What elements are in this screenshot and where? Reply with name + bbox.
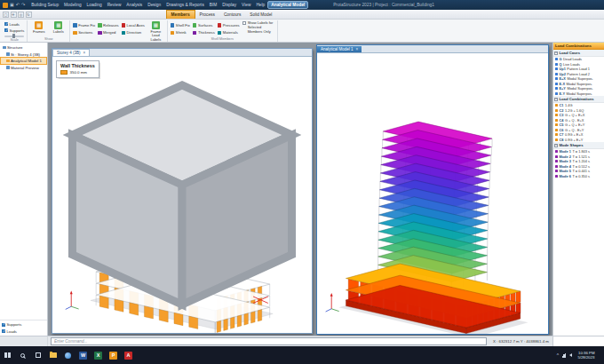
taskbar-search-icon[interactable] bbox=[15, 346, 30, 364]
row-icon bbox=[555, 133, 558, 136]
3d-view-mode-shapes[interactable] bbox=[317, 53, 548, 334]
save-icon[interactable]: ▣ bbox=[10, 3, 14, 7]
redo-icon[interactable]: ↷ bbox=[21, 3, 25, 7]
undo-icon[interactable]: ↶ bbox=[16, 3, 20, 7]
button-surfaces[interactable]: Surfaces bbox=[193, 23, 215, 28]
ribbon-tab-modeling[interactable]: Modeling bbox=[61, 0, 83, 10]
display-toggle-loads[interactable]: Loads bbox=[2, 328, 45, 334]
panel-section-mode-shapes[interactable]: −Mode Shapes bbox=[553, 142, 604, 149]
button-releases[interactable]: Releases bbox=[98, 23, 118, 28]
taskbar-browser-icon[interactable] bbox=[60, 346, 76, 364]
taskbar-word-icon[interactable]: W bbox=[76, 346, 91, 364]
scale-slider[interactable] bbox=[4, 36, 24, 37]
row-code: Up2 bbox=[560, 72, 566, 76]
panel-row-mode-6[interactable]: Mode 6T = 0.350 s bbox=[553, 174, 604, 179]
tab-analytical-model[interactable]: Analytical Model 1 × bbox=[317, 46, 362, 52]
row-icon bbox=[555, 129, 558, 131]
button-sections[interactable]: Sections bbox=[73, 30, 95, 35]
toggle-show-labels-for-selected-members-only[interactable]: Show Labels for Selected Members Only bbox=[242, 21, 274, 34]
button-shrink[interactable]: Shrink bbox=[171, 30, 190, 35]
checkbox-icon[interactable] bbox=[4, 28, 8, 32]
checkbox-icon[interactable] bbox=[4, 22, 8, 26]
collapse-icon[interactable]: − bbox=[554, 144, 558, 147]
row-code: C2 bbox=[560, 108, 564, 113]
toggle-loads[interactable]: Loads bbox=[4, 21, 24, 27]
button-local-axes[interactable]: Local Axes bbox=[122, 23, 145, 28]
taskbar-file-explorer-icon[interactable] bbox=[45, 346, 60, 364]
tray-chevron-icon[interactable]: ^ bbox=[557, 353, 559, 358]
taskbar-task-view-icon[interactable] bbox=[30, 346, 45, 364]
command-input[interactable] bbox=[51, 337, 487, 345]
row-desc: Dead Loads bbox=[563, 57, 582, 61]
display-toggle-supports[interactable]: Supports bbox=[2, 322, 45, 328]
button-shell-fix[interactable]: Shell Fix bbox=[171, 23, 190, 28]
ribbon-group-scale: LoadsSupportsScale bbox=[2, 20, 28, 42]
row-desc: Modal Superpos. bbox=[567, 91, 592, 96]
button-merged[interactable]: Merged bbox=[98, 30, 118, 35]
ribbon-tab-analytical-model[interactable]: Analytical Model bbox=[267, 1, 308, 9]
group-label: Shell Members bbox=[171, 36, 274, 42]
panel-section-load-cases[interactable]: −Load Cases bbox=[553, 50, 604, 57]
button-frame-fix[interactable]: Frame Fix bbox=[73, 23, 95, 28]
row-code: E+Y bbox=[560, 86, 566, 91]
volume-icon[interactable] bbox=[569, 353, 572, 357]
row-icon bbox=[555, 165, 558, 168]
ribbon-tab-view[interactable]: View bbox=[239, 0, 253, 10]
zoom-tool-icon[interactable]: ◎ bbox=[18, 12, 24, 18]
button-labels[interactable]: ▦Labels bbox=[50, 21, 67, 34]
view-cube[interactable] bbox=[52, 57, 312, 333]
checkbox-icon[interactable] bbox=[2, 323, 5, 327]
button-label: Frame Load Labels bbox=[147, 30, 164, 42]
sidebar-item-st-storey-4-3b[interactable]: St : Storey 4 (3B) bbox=[1, 51, 46, 58]
close-tab-icon[interactable]: × bbox=[83, 51, 86, 55]
collapse-icon[interactable]: − bbox=[554, 51, 558, 55]
ribbon-tab-loading[interactable]: Loading bbox=[84, 0, 105, 10]
ribbon-tab-drawings-reports[interactable]: Drawings & Reports bbox=[163, 0, 207, 10]
row-desc: G + Q + E+X bbox=[565, 113, 584, 117]
ribbon-tab-display[interactable]: Display bbox=[219, 0, 239, 10]
button-label: Sections bbox=[78, 30, 92, 35]
row-code: G bbox=[560, 57, 562, 61]
ribbon-tab-building-setup[interactable]: Building Setup bbox=[28, 0, 61, 10]
sidebar-item-analytical-model-1[interactable]: Analytical Model 1 bbox=[1, 58, 46, 64]
button-frame-load-labels[interactable]: ▦Frame Load Labels bbox=[147, 21, 164, 42]
ctx-tab-solid-model[interactable]: Solid Model bbox=[245, 10, 276, 19]
close-tab-icon[interactable]: × bbox=[356, 47, 359, 51]
panel-section-load-combinations[interactable]: −Load Combinations bbox=[553, 96, 604, 103]
checkbox-icon[interactable] bbox=[242, 21, 246, 25]
tab-storey[interactable]: Storey 4 (3B) × bbox=[52, 49, 90, 56]
ribbon-tab-help[interactable]: Help bbox=[253, 0, 267, 10]
clock[interactable]: 10:36 PM 5/28/2023 bbox=[575, 351, 597, 360]
network-icon[interactable] bbox=[562, 353, 567, 358]
taskbar-start-icon[interactable] bbox=[0, 346, 15, 364]
ctx-tab-members[interactable]: Members bbox=[166, 10, 195, 19]
pan-tool-icon[interactable]: ✛ bbox=[11, 12, 17, 18]
collapse-icon[interactable]: − bbox=[554, 98, 558, 101]
checkbox-icon[interactable] bbox=[2, 329, 5, 333]
button-thickness[interactable]: Thickness bbox=[193, 30, 215, 35]
ribbon-tab-bim[interactable]: BIM bbox=[207, 0, 220, 10]
sidebar-item-structure[interactable]: Structure bbox=[1, 44, 46, 51]
row-code: E-X bbox=[560, 82, 566, 86]
row-desc: 0.9G + E+X bbox=[565, 132, 583, 137]
select-tool-icon[interactable]: ▢ bbox=[3, 12, 9, 18]
sidebar-item-material-preview[interactable]: Material Preview bbox=[1, 65, 46, 71]
button-direction[interactable]: Direction bbox=[122, 30, 145, 35]
taskbar-protastructure-icon[interactable]: P bbox=[106, 346, 121, 364]
ctx-tab-contours[interactable]: Contours bbox=[219, 10, 245, 19]
toggle-supports[interactable]: Supports bbox=[4, 28, 24, 33]
merged-icon bbox=[98, 31, 102, 36]
row-icon bbox=[555, 83, 558, 85]
button-materials[interactable]: Materials bbox=[218, 30, 240, 35]
button-pressures[interactable]: Pressures bbox=[218, 23, 240, 28]
rotate-tool-icon[interactable]: ↻ bbox=[26, 12, 32, 18]
panel-header[interactable]: Load Combinations bbox=[553, 43, 604, 50]
ribbon-tab-review[interactable]: Review bbox=[105, 0, 124, 10]
ribbon-tab-design[interactable]: Design bbox=[145, 0, 163, 10]
button-frames[interactable]: ▦Frames bbox=[30, 21, 47, 34]
ctx-tab-process[interactable]: Process bbox=[195, 10, 219, 19]
materials-icon bbox=[218, 31, 222, 36]
taskbar-excel-icon[interactable]: X bbox=[91, 346, 106, 364]
ribbon-tab-analysis[interactable]: Analysis bbox=[123, 0, 145, 10]
taskbar-pdf-icon[interactable]: A bbox=[121, 346, 136, 364]
